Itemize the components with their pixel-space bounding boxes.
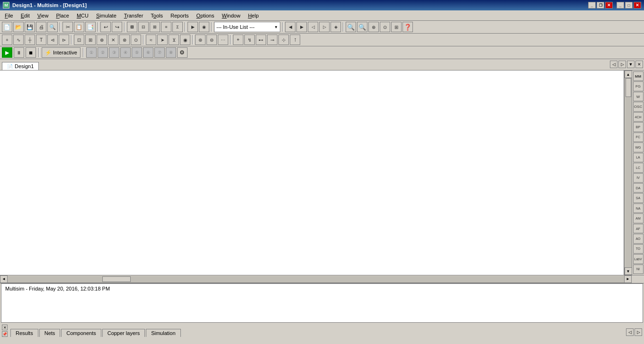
menu-place[interactable]: Place xyxy=(52,12,73,19)
sim-ind-8[interactable]: ⑧ xyxy=(166,47,176,58)
open-btn[interactable]: 📂 xyxy=(13,22,24,32)
comp-btn19[interactable]: ⋯ xyxy=(218,35,228,45)
comp-btn17[interactable]: ⊛ xyxy=(195,35,206,45)
comp-btn23[interactable]: ⊸ xyxy=(267,35,277,45)
comp-btn25[interactable]: ⊺ xyxy=(290,35,300,45)
outer-minimize-btn[interactable]: _ xyxy=(588,2,596,9)
tab-list-btn[interactable]: ▼ xyxy=(627,61,635,68)
inst-btn6[interactable]: BP xyxy=(633,122,644,132)
tab-simulation[interactable]: Simulation xyxy=(146,329,180,337)
hscroll-track[interactable] xyxy=(8,276,624,282)
comp-btn21[interactable]: ↯ xyxy=(244,35,255,45)
tb-btn8[interactable]: ◀ xyxy=(285,22,295,32)
tb-btn1[interactable]: ⊞ xyxy=(127,22,137,32)
inst-btn5[interactable]: 4CH xyxy=(633,112,644,122)
vscroll-track[interactable] xyxy=(625,78,632,267)
comp-btn2[interactable]: ∿ xyxy=(13,35,24,45)
comp-btn6[interactable]: ⊳ xyxy=(59,35,69,45)
tb-btn10[interactable]: ◁ xyxy=(308,22,318,32)
inst-btn8[interactable]: WG xyxy=(633,142,644,152)
tab-copper-layers[interactable]: Copper layers xyxy=(102,329,145,337)
inner-restore-btn[interactable]: □ xyxy=(625,2,633,9)
tab-components[interactable]: Components xyxy=(61,329,101,337)
inst-btn16[interactable]: AF xyxy=(633,224,644,233)
vscroll-thumb[interactable] xyxy=(626,78,631,97)
menu-tools[interactable]: Tools xyxy=(147,12,167,19)
outer-close-btn[interactable]: ✕ xyxy=(605,2,613,9)
tb-btn3[interactable]: ⊠ xyxy=(150,22,160,32)
comp-btn5[interactable]: ⊲ xyxy=(47,35,58,45)
sim-play-btn[interactable]: ▶ xyxy=(2,47,12,58)
comp-btn4[interactable]: T xyxy=(36,35,46,45)
comp-btn15[interactable]: ⊻ xyxy=(169,35,179,45)
menu-simulate[interactable]: Simulate xyxy=(92,12,120,19)
sim-settings-btn[interactable]: ⚙ xyxy=(177,47,188,58)
inst-btn1[interactable]: MM xyxy=(633,71,644,81)
sim-ind-1[interactable]: ① xyxy=(86,47,97,58)
comp-btn14[interactable]: ➤ xyxy=(157,35,168,45)
comp-btn13[interactable]: ≈ xyxy=(146,35,156,45)
menu-options[interactable]: Options xyxy=(193,12,218,19)
menu-transfer[interactable]: Transfer xyxy=(120,12,147,19)
bottom-tab-nav-right[interactable]: ▷ xyxy=(635,328,642,336)
spreadsheet-close-btn[interactable]: ✕ xyxy=(2,325,8,330)
zoom-out-btn[interactable]: 🔍 xyxy=(357,22,367,32)
copy-btn[interactable]: 📋 xyxy=(74,22,84,32)
hscroll-right-btn[interactable]: ► xyxy=(624,275,632,283)
sim-ind-7[interactable]: ⑦ xyxy=(154,47,165,58)
inst-btn10[interactable]: LC xyxy=(633,163,644,172)
zoom-fit-btn[interactable]: ⊙ xyxy=(380,22,390,32)
inst-btn15[interactable]: AM xyxy=(633,213,644,223)
comp-btn12[interactable]: ⊙ xyxy=(131,35,141,45)
design1-tab[interactable]: 📄 Design1 xyxy=(2,62,39,70)
help-btn[interactable]: ❓ xyxy=(402,22,413,32)
tb-btn6[interactable]: ▶ xyxy=(188,22,198,32)
sim-ind-5[interactable]: ⑤ xyxy=(132,47,142,58)
tb-btn5[interactable]: Σ xyxy=(172,22,183,32)
tab-nets[interactable]: Nets xyxy=(39,329,61,337)
menu-file[interactable]: File xyxy=(1,12,17,19)
redo-btn[interactable]: ↪ xyxy=(112,22,122,32)
cut-btn[interactable]: ✂ xyxy=(63,22,73,32)
inst-btn13[interactable]: SA xyxy=(633,193,644,203)
comp-btn22[interactable]: ⊷ xyxy=(256,35,266,45)
tab-results[interactable]: Results xyxy=(10,329,38,337)
tb-btn11[interactable]: ▷ xyxy=(319,22,330,32)
new-btn[interactable]: 📄 xyxy=(2,22,12,32)
vscroll-down-btn[interactable]: ▼ xyxy=(625,267,632,275)
menu-reports[interactable]: Reports xyxy=(167,12,193,19)
sim-ind-2[interactable]: ② xyxy=(98,47,108,58)
inst-btn9[interactable]: LA xyxy=(633,153,644,162)
menu-view[interactable]: View xyxy=(34,12,53,19)
spreadsheet-pin-btn[interactable]: 📌 xyxy=(2,331,8,337)
menu-mcu[interactable]: MCU xyxy=(73,12,92,19)
inst-btn17[interactable]: AO xyxy=(633,234,644,243)
comp-btn16[interactable]: ◉ xyxy=(180,35,190,45)
sim-ind-6[interactable]: ⑥ xyxy=(143,47,153,58)
print-btn[interactable]: 🖨 xyxy=(36,22,46,32)
sim-ind-3[interactable]: ③ xyxy=(109,47,119,58)
comp-btn8[interactable]: ⊞ xyxy=(85,35,96,45)
tb-btn4[interactable]: ≡ xyxy=(161,22,171,32)
undo-btn[interactable]: ↩ xyxy=(100,22,111,32)
inner-minimize-btn[interactable]: _ xyxy=(617,2,624,9)
sim-ind-4[interactable]: ④ xyxy=(120,47,131,58)
vscroll-up-btn[interactable]: ▲ xyxy=(625,71,632,78)
tab-close-btn[interactable]: ✕ xyxy=(635,61,643,68)
tb-btn12[interactable]: ◈ xyxy=(331,22,341,32)
comp-btn10[interactable]: ✕ xyxy=(108,35,118,45)
inst-btn4[interactable]: OSC xyxy=(633,102,644,111)
zoom-sheet-btn[interactable]: ⊞ xyxy=(391,22,402,32)
tb-btn9[interactable]: ▶ xyxy=(296,22,307,32)
inst-btn7[interactable]: FC xyxy=(633,132,644,142)
sim-pause-btn[interactable]: ⏸ xyxy=(14,47,24,58)
outer-restore-btn[interactable]: ❐ xyxy=(597,2,604,9)
inst-btn3[interactable]: W xyxy=(633,92,644,101)
menu-window[interactable]: Window xyxy=(218,12,244,19)
inst-btn19[interactable]: LabV xyxy=(633,254,644,264)
tb-btn2[interactable]: ⊟ xyxy=(138,22,149,32)
zoom-in-btn[interactable]: 🔍 xyxy=(346,22,356,32)
comp-btn11[interactable]: ⊗ xyxy=(119,35,130,45)
print-preview-btn[interactable]: 🔍 xyxy=(47,22,58,32)
hscroll-left-btn[interactable]: ◄ xyxy=(0,275,8,283)
